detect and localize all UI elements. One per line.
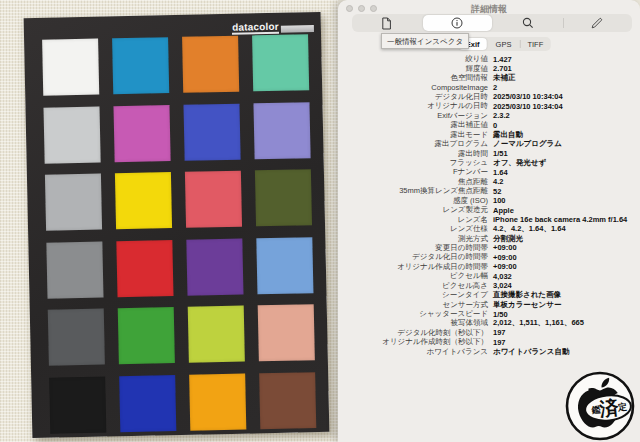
exif-row: ピクセル高さ 3,024 — [338, 281, 640, 290]
color-patch-lime-green — [188, 306, 245, 363]
exif-value: 100 — [493, 196, 506, 205]
stamp-char-right: 定 — [616, 402, 627, 413]
exif-value: 2025/03/10 10:34:04 — [493, 92, 563, 101]
exif-metadata-list: 絞り値 1.427 輝度値 2.701 色空間情報 未補正 CompositeI… — [338, 55, 640, 357]
exif-value: 未補正 — [493, 73, 516, 83]
exif-row: ホワイトバランス ホワイトバランス自動 — [338, 347, 640, 356]
inspector-window: 詳細情報 — [338, 0, 640, 442]
exif-label: CompositeImage — [338, 83, 488, 92]
exif-value: 単板カラーセンサー — [493, 300, 561, 310]
traffic-lights — [346, 5, 377, 12]
pencil-icon — [591, 17, 603, 29]
exif-row: 露出モード 露出自動 — [338, 130, 640, 139]
color-patch-peach-skin — [258, 304, 315, 361]
exif-row: フラッシュ オフ、発光せず — [338, 158, 640, 167]
color-patch-amber — [189, 373, 246, 430]
color-patch-black — [49, 376, 106, 433]
exif-value: 3,024 — [493, 281, 512, 290]
color-patch-orange — [182, 36, 239, 93]
exif-value: 2.701 — [493, 64, 512, 73]
color-patch-sky-blue — [256, 237, 313, 294]
exif-row: Exifバージョン 2.3.2 — [338, 111, 640, 120]
color-patch-dark-gray — [48, 309, 105, 366]
exif-row: 露出時間 1/51 — [338, 149, 640, 158]
exif-value: 4.2 — [493, 177, 503, 186]
color-patch-brown — [259, 372, 316, 429]
exif-row: 露出プログラム ノーマルプログラム — [338, 139, 640, 148]
general-info-inspector-button[interactable] — [423, 15, 493, 31]
exif-row: レンズ仕様 4.2、4.2、1.64、1.64 — [338, 224, 640, 233]
color-patch-red — [116, 240, 173, 297]
color-patch-cyan-blue — [112, 37, 169, 94]
exif-row: デジタル化日時 2025/03/10 10:34:04 — [338, 92, 640, 101]
exif-value: 197 — [493, 338, 506, 347]
markup-inspector-button[interactable] — [563, 14, 633, 32]
color-patch-grid — [42, 34, 316, 433]
document-icon — [381, 17, 392, 30]
info-circle-icon — [451, 17, 463, 29]
color-patch-purple — [186, 238, 243, 295]
exif-row: Fナンバー 1.64 — [338, 168, 640, 177]
inspector-toolbar — [352, 14, 632, 32]
exif-label: ホワイトバランス — [338, 347, 488, 357]
color-patch-yellow — [115, 172, 172, 229]
kantei-zumi-watermark: 鑑 済 定 — [560, 370, 638, 441]
color-patch-royal-blue — [183, 103, 240, 160]
color-patch-olive-green — [255, 169, 312, 226]
exif-value: 1/51 — [493, 149, 508, 158]
color-patch-magenta — [113, 105, 170, 162]
close-button[interactable] — [346, 5, 353, 12]
exif-row: レンズ製造元 Apple — [338, 206, 640, 215]
datacolor-logo-text: datacolor — [232, 21, 279, 35]
exif-value: 1.64 — [493, 168, 508, 177]
document-inspector-button[interactable] — [352, 14, 422, 32]
exif-value: +09:00 — [493, 243, 517, 252]
tab-gps[interactable]: GPS — [488, 37, 520, 51]
tooltip-general-info-inspector: 一般情報インスペクタ — [381, 33, 469, 49]
exif-row: CompositeImage 2 — [338, 83, 640, 92]
exif-row: 色空間情報 未補正 — [338, 73, 640, 82]
exif-row: レンズ名 iPhone 16e back camera 4.2mm f/1.64 — [338, 215, 640, 224]
color-patch-white — [42, 39, 99, 96]
exif-value: 1/50 — [493, 310, 508, 319]
zoom-button[interactable] — [370, 5, 377, 12]
exif-row: 35mm換算レンズ焦点距離 52 — [338, 187, 640, 196]
window-titlebar[interactable]: 詳細情報 — [338, 0, 640, 13]
search-inspector-button[interactable] — [493, 14, 563, 32]
exif-row: ピクセル幅 4,032 — [338, 272, 640, 281]
exif-row: シーンタイプ 直接撮影された画像 — [338, 290, 640, 299]
minimize-button[interactable] — [358, 5, 365, 12]
exif-value: 52 — [493, 187, 501, 196]
color-patch-green — [118, 307, 175, 364]
exif-value: 4,032 — [493, 272, 512, 281]
exif-value: 2 — [493, 83, 497, 92]
exif-value: 1.427 — [493, 55, 512, 64]
exif-value: iPhone 16e back camera 4.2mm f/1.64 — [493, 215, 627, 224]
exif-row: 変更日の時間帯 +09:00 — [338, 243, 640, 252]
exif-value: ノーマルプログラム — [493, 139, 562, 149]
exif-value: 2,012、1,511、1,161、665 — [493, 318, 584, 328]
exif-row: オリジナルの日時 2025/03/10 10:34:04 — [338, 102, 640, 111]
tab-tiff[interactable]: TIFF — [519, 37, 551, 51]
color-patch-silver-gray — [45, 174, 102, 231]
exif-value: +09:00 — [493, 253, 517, 262]
exif-label: 色空間情報 — [338, 73, 488, 83]
exif-row: 露出補正値 0 — [338, 121, 640, 130]
stamp-char-center: 済 — [598, 397, 620, 420]
exif-row: デジタル化時刻（秒以下） 197 — [338, 328, 640, 337]
exif-value: 197 — [493, 328, 506, 337]
color-patch-mid-gray — [46, 241, 103, 298]
color-patch-mint-green — [252, 34, 309, 91]
exif-row: 輝度値 2.701 — [338, 64, 640, 73]
exif-value: Apple — [493, 206, 514, 215]
exif-row: 被写体領域 2,012、1,511、1,161、665 — [338, 319, 640, 328]
search-icon — [522, 17, 534, 29]
exif-row: 焦点距離 4.2 — [338, 177, 640, 186]
exif-row: 感度 (ISO) 100 — [338, 196, 640, 205]
datacolor-logo-bar — [281, 25, 314, 33]
exif-value: +09:00 — [493, 262, 517, 271]
spyder-checkr-card: datacolor — [24, 12, 330, 438]
color-patch-deep-blue — [119, 375, 176, 432]
color-patch-light-gray — [44, 106, 101, 163]
exif-row: センサー方式 単板カラーセンサー — [338, 300, 640, 309]
